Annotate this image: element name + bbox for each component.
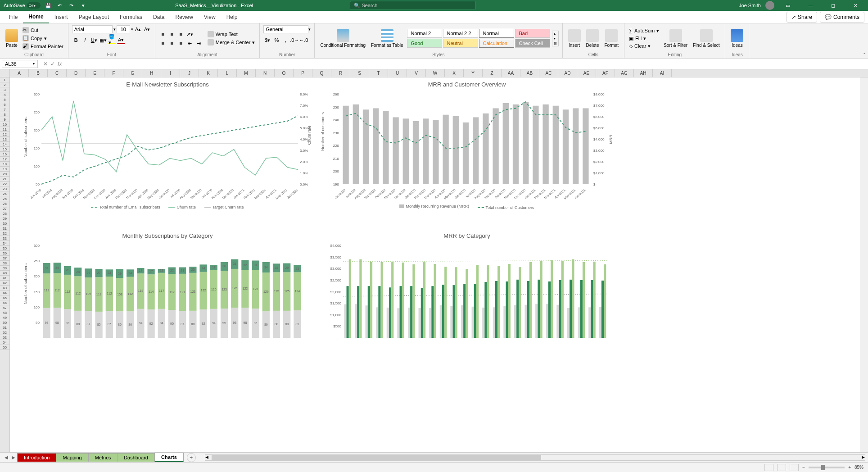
sheet-tab-charts[interactable]: Charts <box>154 453 184 462</box>
column-header[interactable]: V <box>407 69 426 77</box>
column-header[interactable]: H <box>142 69 161 77</box>
row-header[interactable]: 24 <box>0 191 9 196</box>
collapse-ribbon-icon[interactable]: ⌃ <box>863 52 866 57</box>
row-header[interactable]: 53 <box>0 335 9 340</box>
sheet-tab-mapping[interactable]: Mapping <box>56 453 88 462</box>
row-header[interactable]: 4 <box>0 92 9 97</box>
column-header[interactable]: AF <box>596 69 615 77</box>
bold-button[interactable]: B <box>72 36 80 44</box>
row-header[interactable]: 3 <box>0 87 9 92</box>
name-box[interactable]: AL38▾ <box>2 60 38 68</box>
percent-icon[interactable]: % <box>272 36 280 44</box>
column-header[interactable]: AG <box>615 69 634 77</box>
style-normal22[interactable]: Normal 2 2 <box>443 29 478 38</box>
row-header[interactable]: 5 <box>0 97 9 102</box>
row-header[interactable]: 42 <box>0 281 9 286</box>
column-header[interactable]: L <box>218 69 237 77</box>
share-button[interactable]: ↗ Share <box>787 12 817 23</box>
column-header[interactable]: AH <box>634 69 653 77</box>
row-header[interactable]: 19 <box>0 167 9 172</box>
row-header[interactable]: 52 <box>0 330 9 335</box>
styles-up-icon[interactable]: ▴ <box>552 31 558 36</box>
add-sheet-button[interactable]: + <box>187 453 196 462</box>
row-header[interactable]: 20 <box>0 172 9 177</box>
find-select-button[interactable]: Find & Select <box>691 28 721 49</box>
align-top-icon[interactable]: ≡ <box>159 30 167 38</box>
sheet-nav-prev-icon[interactable]: ◀ <box>3 455 10 460</box>
row-header[interactable]: 15 <box>0 147 9 152</box>
currency-icon[interactable]: $▾ <box>263 36 271 44</box>
column-header[interactable]: AI <box>653 69 672 77</box>
style-normal2[interactable]: Normal 2 <box>407 29 442 38</box>
column-header[interactable]: AA <box>502 69 520 77</box>
row-header[interactable]: 9 <box>0 117 9 122</box>
row-header[interactable]: 39 <box>0 266 9 271</box>
format-cells-button[interactable]: Format <box>602 28 620 49</box>
row-header[interactable]: 22 <box>0 182 9 186</box>
row-header[interactable]: 55 <box>0 345 9 350</box>
tab-data[interactable]: Data <box>148 11 170 23</box>
maximize-icon[interactable]: ◻ <box>824 0 842 11</box>
column-header[interactable]: I <box>161 69 180 77</box>
number-format-input[interactable] <box>263 25 308 33</box>
row-header[interactable]: 1 <box>0 77 9 82</box>
row-header[interactable]: 36 <box>0 251 9 256</box>
row-header[interactable]: 35 <box>0 246 9 251</box>
row-header[interactable]: 41 <box>0 276 9 281</box>
style-bad[interactable]: Bad <box>515 29 550 38</box>
border-button[interactable]: ▦▾ <box>99 36 107 44</box>
comma-icon[interactable]: , <box>281 36 289 44</box>
row-header[interactable]: 49 <box>0 315 9 320</box>
style-calculation[interactable]: Calculation <box>479 39 514 48</box>
cancel-formula-icon[interactable]: ✕ <box>43 61 48 67</box>
enter-formula-icon[interactable]: ✓ <box>50 61 55 67</box>
style-neutral[interactable]: Neutral <box>443 39 478 48</box>
increase-decimal-icon[interactable]: .0→ <box>290 36 298 44</box>
vertical-scrollbar[interactable] <box>860 77 868 452</box>
row-header[interactable]: 27 <box>0 206 9 211</box>
tab-insert[interactable]: Insert <box>49 11 73 23</box>
align-bottom-icon[interactable]: ≡ <box>177 30 185 38</box>
column-header[interactable]: N <box>256 69 275 77</box>
sheet-nav-next-icon[interactable]: ▶ <box>10 455 17 460</box>
formula-input[interactable] <box>65 59 868 68</box>
column-header[interactable]: Q <box>312 69 331 77</box>
tab-file[interactable]: File <box>4 11 23 23</box>
row-header[interactable]: 6 <box>0 102 9 107</box>
align-right-icon[interactable]: ≡ <box>177 39 185 47</box>
row-header[interactable]: 29 <box>0 216 9 221</box>
row-header[interactable]: 37 <box>0 256 9 261</box>
search-box[interactable]: 🔍 Search <box>350 1 476 10</box>
italic-button[interactable]: I <box>81 36 89 44</box>
fill-color-button[interactable]: 🪣▾ <box>108 36 116 44</box>
save-icon[interactable]: 💾 <box>44 1 52 9</box>
autosave-toggle[interactable]: AutoSave Off ● <box>4 2 41 9</box>
qat-more-icon[interactable]: ▾ <box>79 1 87 9</box>
row-header[interactable]: 16 <box>0 152 9 157</box>
tab-formulas[interactable]: Formulas <box>114 11 148 23</box>
align-left-icon[interactable]: ≡ <box>159 39 167 47</box>
normal-view-icon[interactable] <box>764 464 773 471</box>
row-header[interactable]: 33 <box>0 236 9 241</box>
zoom-out-icon[interactable]: − <box>802 465 805 470</box>
column-header[interactable]: R <box>331 69 350 77</box>
row-header[interactable]: 50 <box>0 320 9 325</box>
decrease-decimal-icon[interactable]: ←.0 <box>299 36 307 44</box>
decrease-font-icon[interactable]: A▾ <box>143 25 151 33</box>
row-header[interactable]: 40 <box>0 271 9 276</box>
column-header[interactable]: K <box>199 69 218 77</box>
row-header[interactable]: 11 <box>0 127 9 132</box>
tab-page-layout[interactable]: Page Layout <box>73 11 114 23</box>
column-header[interactable]: D <box>67 69 86 77</box>
zoom-in-icon[interactable]: + <box>848 465 851 470</box>
column-header[interactable]: AB <box>520 69 539 77</box>
column-header[interactable]: J <box>180 69 199 77</box>
row-header[interactable]: 38 <box>0 261 9 266</box>
increase-font-icon[interactable]: A▴ <box>134 25 142 33</box>
zoom-slider[interactable] <box>809 467 845 468</box>
ribbon-display-icon[interactable]: ▭ <box>779 0 797 11</box>
chart-mrr-category[interactable]: MRR by Category $500$1,000$1,500$2,000$2… <box>321 231 613 348</box>
increase-indent-icon[interactable]: ⇥ <box>195 39 203 47</box>
column-header[interactable]: A <box>10 69 29 77</box>
row-header[interactable]: 51 <box>0 325 9 330</box>
